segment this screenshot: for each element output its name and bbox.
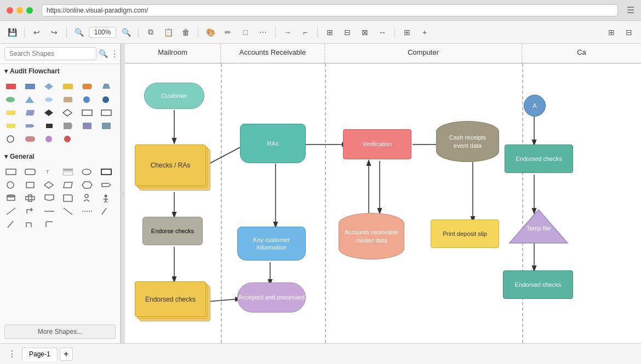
gen-rect[interactable]: [3, 166, 19, 178]
gen-header[interactable]: [60, 166, 76, 178]
format-toggle-button[interactable]: ⊟: [621, 25, 637, 40]
shape-blue-para[interactable]: [22, 107, 38, 119]
gen-diamond[interactable]: [42, 179, 57, 191]
more-options-button[interactable]: ⋮: [110, 49, 119, 59]
panel-toggle-button[interactable]: ⊞: [604, 25, 619, 40]
node-endorsed-checks-mailroom[interactable]: Endorsed checks: [135, 281, 211, 322]
gen-straight[interactable]: [42, 205, 57, 217]
gen-rect-open[interactable]: [99, 166, 114, 178]
node-endorsed-checks-right-top[interactable]: Endorsed checks: [505, 145, 573, 173]
shape-blue-arrow[interactable]: [22, 120, 38, 132]
delete-button[interactable]: 🗑: [178, 25, 193, 40]
gen-actor[interactable]: [79, 192, 95, 204]
gen-bent-arrow[interactable]: [22, 205, 38, 217]
shape-cloud[interactable]: [42, 94, 57, 106]
gen-corner-arrow[interactable]: [22, 218, 38, 230]
node-checks-ras[interactable]: Checks / RAs: [135, 145, 211, 193]
gen-para[interactable]: [60, 179, 76, 191]
arrange-button[interactable]: ⊠: [357, 25, 373, 40]
line-button[interactable]: ✏: [220, 25, 236, 40]
shape-purple-circle[interactable]: [42, 133, 57, 145]
connect-button[interactable]: ↔: [375, 25, 390, 40]
shape-floppy1[interactable]: [79, 120, 95, 132]
node-ras[interactable]: RAs: [240, 124, 306, 163]
node-print-deposit[interactable]: Print deposit slip: [431, 219, 499, 248]
gen-dotted[interactable]: [79, 205, 95, 217]
shape-rounded-open[interactable]: [22, 133, 38, 145]
undo-button[interactable]: ↩: [29, 25, 44, 40]
add-button[interactable]: +: [417, 25, 432, 40]
gen-slash[interactable]: [99, 205, 114, 217]
url-bar[interactable]: https://online.visual-paradigm.com/: [42, 4, 618, 16]
canvas-area[interactable]: Mailroom Accounts Receivable Computer Ca: [125, 44, 641, 343]
node-key-customer-info[interactable]: Key customer information: [237, 227, 306, 261]
fill-button[interactable]: 🎨: [203, 25, 218, 40]
copy-button[interactable]: ⧉: [143, 25, 158, 40]
line-style-button[interactable]: ⌐: [297, 25, 313, 40]
node-endorsed-checks-right-bottom[interactable]: Endorsed checks: [503, 270, 573, 299]
paste-button[interactable]: 📋: [161, 25, 176, 40]
general-section[interactable]: ▾ General: [0, 149, 120, 164]
shape-dot-dark[interactable]: [99, 94, 114, 106]
page-tab-1[interactable]: Page-1: [22, 348, 58, 361]
node-temp-file[interactable]: Temp file: [508, 209, 569, 244]
zoom-out-button[interactable]: 🔍: [71, 25, 87, 40]
shape-triangle[interactable]: [22, 94, 38, 106]
save-button[interactable]: 💾: [4, 25, 20, 40]
shape-orange-rect[interactable]: [79, 80, 95, 93]
gen-text[interactable]: T: [42, 166, 57, 178]
search-input[interactable]: [4, 47, 96, 60]
gen-rounded[interactable]: [22, 166, 38, 178]
audit-flowchart-section[interactable]: ▾ Audit Flowchart: [0, 64, 120, 78]
grid-button[interactable]: ⊞: [399, 25, 415, 40]
gen-slash2[interactable]: [3, 218, 19, 230]
shape-diamond[interactable]: [42, 80, 57, 93]
shape-red-circle[interactable]: [60, 133, 76, 145]
zoom-level[interactable]: 100%: [89, 27, 116, 38]
shape-floppy2[interactable]: [99, 120, 114, 132]
shape-trapezoid[interactable]: [99, 80, 114, 93]
shape-ellipse-green[interactable]: [3, 94, 19, 106]
node-a[interactable]: A: [524, 95, 546, 117]
hamburger-menu[interactable]: ☰: [627, 5, 634, 15]
node-cash-receipts[interactable]: Cash receipts event data: [436, 121, 499, 162]
minimize-button[interactable]: [16, 7, 23, 14]
gen-cylinder[interactable]: [3, 192, 19, 204]
gen-hex[interactable]: [79, 179, 95, 191]
shape-rect-open2[interactable]: [99, 107, 114, 119]
align-button[interactable]: ⊞: [322, 25, 337, 40]
shape-button[interactable]: □: [238, 25, 253, 40]
search-button[interactable]: 🔍: [99, 49, 108, 58]
panel-collapse-handle[interactable]: ⋮: [121, 44, 125, 343]
shape-black-diamond[interactable]: [42, 107, 57, 119]
redo-button[interactable]: ↪: [47, 25, 62, 40]
node-customer[interactable]: Customer: [144, 83, 204, 109]
node-verification[interactable]: Verification: [343, 129, 411, 159]
gen-person[interactable]: [99, 192, 114, 204]
more-button[interactable]: ⋯: [255, 25, 271, 40]
shape-black-sq[interactable]: [42, 120, 57, 132]
shape-rect-tan[interactable]: [60, 94, 76, 106]
more-shapes-button[interactable]: More Shapes...: [4, 325, 116, 339]
node-accepted-processed[interactable]: Accepted and processed: [237, 282, 306, 313]
close-button[interactable]: [7, 7, 13, 14]
gen-cross[interactable]: [22, 192, 38, 204]
gen-diagonal[interactable]: [3, 205, 19, 217]
shape-circle-blue[interactable]: [79, 94, 95, 106]
gen-arrow-right[interactable]: [99, 179, 114, 191]
gen-note[interactable]: [60, 192, 76, 204]
gen-doc[interactable]: [42, 192, 57, 204]
gen-angled[interactable]: [60, 205, 76, 217]
shape-yellow2[interactable]: [3, 120, 19, 132]
maximize-button[interactable]: [26, 7, 33, 14]
shape-red-rect[interactable]: [3, 80, 19, 93]
page-options-button[interactable]: ⋮: [4, 346, 20, 362]
shape-yellow-rect[interactable]: [60, 80, 76, 93]
shape-blue-rect[interactable]: [22, 80, 38, 93]
gen-ellipse[interactable]: [79, 166, 95, 178]
shape-gray-doc[interactable]: [60, 120, 76, 132]
node-endorse-checks[interactable]: Endorse checks: [142, 217, 203, 245]
zoom-in-button[interactable]: 🔍: [118, 25, 134, 40]
arrow-style-button[interactable]: →: [280, 25, 295, 40]
gen-square[interactable]: [22, 179, 38, 191]
